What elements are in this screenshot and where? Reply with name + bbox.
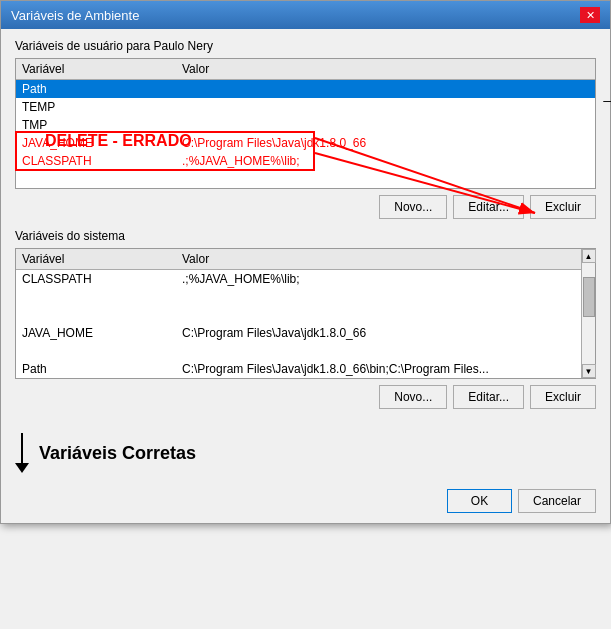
table-row[interactable]: JAVA_HOME C:\Program Files\Java\jdk1.8.0… [16, 324, 581, 342]
system-variables-table: Variável Valor CLASSPATH .;%JAVA_HOME%\l… [15, 248, 596, 379]
scrollbar-thumb[interactable] [583, 277, 595, 317]
system-table-content: Variável Valor CLASSPATH .;%JAVA_HOME%\l… [16, 249, 581, 378]
user-excluir-button[interactable]: Excluir [530, 195, 596, 219]
row-variable: CLASSPATH [22, 272, 182, 286]
system-table-header: Variável Valor [16, 249, 581, 270]
row-value: C:\Program Files\Java\jdk1.8.0_66\bin;C:… [182, 362, 575, 376]
row-variable: TEMP [22, 100, 182, 114]
row-variable: JAVA_HOME [22, 136, 182, 150]
user-variables-table: Variável Valor Path TEMP TMP [15, 58, 596, 189]
bottom-arrow [15, 433, 29, 473]
row-variable: CLASSPATH [22, 154, 182, 168]
system-novo-button[interactable]: Novo... [379, 385, 447, 409]
user-col-variable-header: Variável [22, 62, 182, 76]
row-value: C:\Program Files\Java\jdk1.8.0_66 [182, 326, 575, 340]
dialog-title: Variáveis de Ambiente [11, 8, 139, 23]
table-row[interactable]: CLASSPATH .;%JAVA_HOME%\lib; [16, 270, 581, 288]
scrollbar-down-arrow[interactable]: ▼ [582, 364, 596, 378]
table-row[interactable]: JAVA_HOME C:\Program Files\Java\jdk1.8.0… [16, 134, 595, 152]
title-bar: Variáveis de Ambiente ✕ [1, 1, 610, 29]
cancel-button[interactable]: Cancelar [518, 489, 596, 513]
user-col-value-header: Valor [182, 62, 589, 76]
user-novo-button[interactable]: Novo... [379, 195, 447, 219]
user-buttons-row: Novo... Editar... Excluir [15, 195, 596, 219]
row-variable: TMP [22, 118, 182, 132]
scrollbar-up-arrow[interactable]: ▲ [582, 249, 596, 263]
row-value: .;%JAVA_HOME%\lib; [182, 272, 575, 286]
bottom-annotation: Variáveis Corretas [1, 429, 610, 483]
close-button[interactable]: ✕ [580, 7, 600, 23]
table-row[interactable] [16, 170, 595, 188]
system-table-body: CLASSPATH .;%JAVA_HOME%\lib; [16, 270, 581, 378]
dialog-footer: OK Cancelar [1, 483, 610, 523]
table-row[interactable] [16, 342, 581, 360]
system-editar-button[interactable]: Editar... [453, 385, 524, 409]
table-row[interactable] [16, 288, 581, 306]
arrow-line [21, 433, 23, 463]
user-editar-button[interactable]: Editar... [453, 195, 524, 219]
row-value: C:\Program Files\Java\jdk1.8.0_66 [182, 136, 589, 150]
dialog-body: Variáveis de usuário para Paulo Nery Var… [1, 29, 610, 429]
sys-col-value-header: Valor [182, 252, 575, 266]
table-row[interactable]: Path C:\Program Files\Java\jdk1.8.0_66\b… [16, 360, 581, 378]
row-variable: Path [22, 82, 182, 96]
system-buttons-row: Novo... Editar... Excluir [15, 385, 596, 409]
table-row[interactable]: TEMP [16, 98, 595, 116]
row-variable: JAVA_HOME [22, 326, 182, 340]
ok-button[interactable]: OK [447, 489, 512, 513]
environment-variables-dialog: Variáveis de Ambiente ✕ Variáveis de usu… [0, 0, 611, 524]
user-table-header: Variável Valor [16, 59, 595, 80]
system-scrollbar[interactable]: ▲ ▼ [581, 249, 595, 378]
system-section-label: Variáveis do sistema [15, 229, 596, 243]
sys-col-variable-header: Variável [22, 252, 182, 266]
table-row[interactable] [16, 306, 581, 324]
row-value: .;%JAVA_HOME%\lib; [182, 154, 589, 168]
bottom-variaveis-corretas: Variáveis Corretas [39, 433, 196, 464]
table-row[interactable]: TMP [16, 116, 595, 134]
system-excluir-button[interactable]: Excluir [530, 385, 596, 409]
user-table-body: Path TEMP TMP JAVA_HOME [16, 80, 595, 188]
user-section-label: Variáveis de usuário para Paulo Nery [15, 39, 596, 53]
variaveis-corretas-annotation: → Variáveis Corretas [599, 88, 611, 114]
table-row[interactable]: Path [16, 80, 595, 98]
arrow-head [15, 463, 29, 473]
table-row[interactable]: CLASSPATH .;%JAVA_HOME%\lib; [16, 152, 595, 170]
row-variable: Path [22, 362, 182, 376]
system-table-inner: Variável Valor CLASSPATH .;%JAVA_HOME%\l… [16, 249, 595, 378]
